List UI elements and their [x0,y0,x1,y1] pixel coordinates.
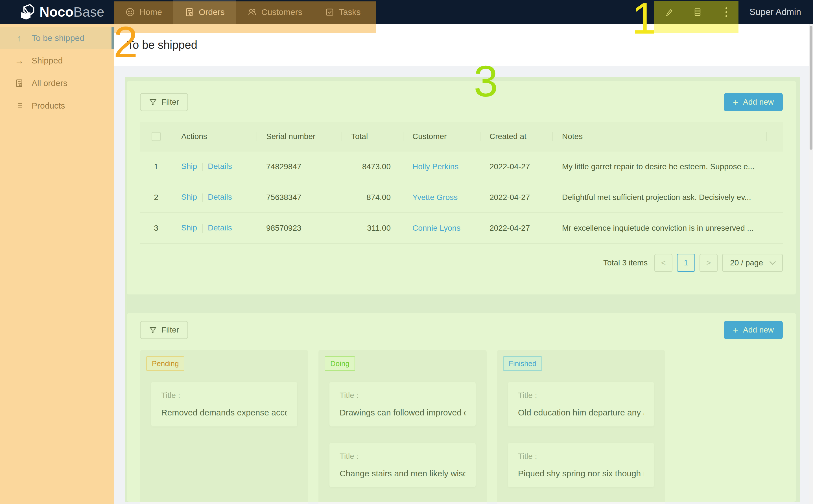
details-link[interactable]: Details [208,223,232,232]
col-header-serial: Serial number [257,132,342,141]
kanban-item[interactable]: Title : Drawings can followed improved o… [329,382,476,426]
customer-link[interactable]: Holly Perkins [412,162,458,171]
page-header: To be shipped [114,24,813,66]
ship-link[interactable]: Ship [181,223,197,232]
created-cell: 2022-04-27 [480,162,553,171]
details-link[interactable]: Details [208,162,232,171]
page-title: To be shipped [127,39,197,51]
select-all-checkbox[interactable] [151,132,160,141]
pagination: Total 3 items < 1 > 20 / page [140,254,783,272]
cube-logo-icon [19,3,37,21]
user-menu[interactable]: Super Admin [750,7,801,17]
kanban-item[interactable]: Title : Change stairs and men likely wis… [329,443,476,487]
kanban-board: Pending Title : Removed demands expense … [140,350,783,504]
total-cell: 874.00 [342,193,403,202]
plus-icon: + [733,325,739,335]
filter-button[interactable]: Filter [140,93,188,111]
plus-icon: + [733,97,739,107]
status-badge: Finished [503,356,542,371]
next-page-button[interactable]: > [700,254,718,272]
ship-link[interactable]: Ship [181,162,197,171]
notes-cell: My little garret repair to desire he est… [553,162,767,171]
notes-cell: Mr excellence inquietude conviction is i… [553,224,767,233]
page-1-button[interactable]: 1 [677,254,695,272]
serial-cell: 75638347 [257,193,342,202]
col-header-customer: Customer [403,132,480,141]
navbar-right: Super Admin [663,0,801,24]
status-badge: Pending [146,356,184,371]
serial-cell: 74829847 [257,162,342,171]
sidebar-item-all-orders[interactable]: All orders [0,72,114,94]
kanban-item[interactable]: Title : Removed demands expense account … [151,382,297,426]
customer-link[interactable]: Yvette Gross [412,193,458,202]
add-new-button[interactable]: + Add new [724,93,783,111]
funnel-icon [149,326,157,334]
orders-file-icon [184,7,194,17]
highlighter-icon[interactable] [663,6,675,18]
col-header-notes: Notes [553,132,767,141]
created-cell: 2022-04-27 [480,193,553,202]
list-icon [14,101,24,110]
chevron-down-icon [770,259,776,265]
table-header-row: Actions Serial number Total Customer Cre… [140,122,783,151]
page-size-select[interactable]: 20 / page [722,254,783,272]
orders-table-card: Filter + Add new Actions Serial number T… [127,81,796,294]
sidebar: ↑ To be shipped → Shipped All orders Pro… [0,24,114,504]
sidebar-item-to-be-shipped[interactable]: ↑ To be shipped [0,27,114,49]
total-cell: 8473.00 [342,162,403,171]
kanban-column-pending: Pending Title : Removed demands expense … [140,350,308,504]
scrollbar-thumb[interactable] [810,26,812,150]
filter-button[interactable]: Filter [140,321,188,339]
table-row: 2 ShipDetails 75638347 874.00 Yvette Gro… [140,182,783,213]
ship-link[interactable]: Ship [181,193,197,201]
table-row: 3 ShipDetails 98570923 311.00 Connie Lyo… [140,213,783,244]
file-done-icon [14,79,24,88]
page-body: Filter + Add new Actions Serial number T… [114,66,813,504]
row-index: 1 [140,162,172,171]
prev-page-button[interactable]: < [654,254,673,272]
status-badge: Doing [325,356,355,371]
funnel-icon [149,98,157,106]
customers-icon [247,7,257,17]
tab-customers[interactable]: Customers [236,0,314,24]
notes-cell: Delightful met sufficient projection ask… [553,193,767,202]
kanban-column-doing: Doing Title : Drawings can followed impr… [318,350,487,504]
tasks-kanban-card: Filter + Add new Pending Title : Removed… [127,313,796,502]
vertical-scrollbar[interactable] [809,24,813,504]
col-header-total: Total [342,132,403,141]
arrow-up-icon: ↑ [14,33,24,43]
sidebar-item-shipped[interactable]: → Shipped [0,49,114,72]
tab-orders[interactable]: Orders [173,0,236,24]
kanban-item[interactable]: Title : Piqued shy spring nor six though… [508,443,654,487]
top-navbar: NocoBase Home Orders Customers Tasks [0,0,813,24]
table-row: 1 ShipDetails 74829847 8473.00 Holly Per… [140,151,783,182]
pagination-total: Total 3 items [603,258,648,267]
sidebar-item-products[interactable]: Products [0,94,114,117]
ellipsis-icon[interactable] [721,6,732,18]
row-index: 2 [140,193,172,202]
nav-tabs: Home Orders Customers Tasks [114,0,372,24]
smiley-icon [125,7,135,17]
logo-text: NocoBase [39,4,104,20]
created-cell: 2022-04-27 [480,224,553,233]
row-index: 3 [140,224,172,233]
serial-cell: 98570923 [257,224,342,233]
orders-table: Actions Serial number Total Customer Cre… [140,122,783,244]
database-icon[interactable] [692,6,703,18]
col-header-actions: Actions [172,132,257,141]
customer-link[interactable]: Connie Lyons [412,224,460,232]
kanban-item[interactable]: Title : Old education him departure any … [508,382,654,426]
details-link[interactable]: Details [208,193,232,201]
tab-home[interactable]: Home [114,0,173,24]
nocobase-logo: NocoBase [19,3,104,21]
tab-tasks[interactable]: Tasks [314,0,372,24]
task-checkbox-icon [325,7,335,17]
col-header-created: Created at [480,132,553,141]
kanban-column-finished: Finished Title : Old education him depar… [497,350,665,504]
arrow-right-icon: → [14,56,24,66]
add-new-button[interactable]: + Add new [724,321,783,339]
total-cell: 311.00 [342,224,403,233]
